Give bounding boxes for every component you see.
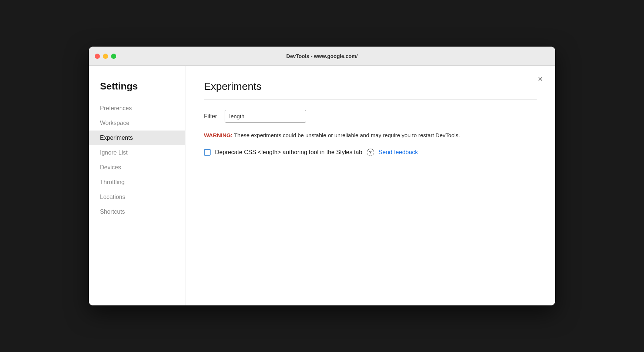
sidebar-heading: Settings xyxy=(89,81,185,101)
experiment-row: Deprecate CSS <length> authoring tool in… xyxy=(204,149,537,156)
title-divider xyxy=(204,99,537,99)
help-icon[interactable]: ? xyxy=(367,149,374,156)
sidebar-item-experiments[interactable]: Experiments xyxy=(89,131,185,145)
warning-text: WARNING: These experiments could be unst… xyxy=(204,131,537,140)
sidebar-item-ignore-list[interactable]: Ignore List xyxy=(89,145,185,160)
warning-body: These experiments could be unstable or u… xyxy=(233,132,460,138)
sidebar-item-throttling[interactable]: Throttling xyxy=(89,175,185,190)
sidebar-item-preferences[interactable]: Preferences xyxy=(89,101,185,116)
send-feedback-link[interactable]: Send feedback xyxy=(379,149,418,156)
filter-row: Filter xyxy=(204,110,537,123)
main-content: × Experiments Filter WARNING: These expe… xyxy=(185,66,555,305)
titlebar-title: DevTools - www.google.com/ xyxy=(286,53,358,59)
filter-input[interactable] xyxy=(225,110,306,123)
warning-label: WARNING: xyxy=(204,132,233,138)
window-body: Settings Preferences Workspace Experimen… xyxy=(89,66,555,305)
sidebar-item-workspace[interactable]: Workspace xyxy=(89,116,185,131)
minimize-window-button[interactable] xyxy=(103,54,108,59)
sidebar-item-shortcuts[interactable]: Shortcuts xyxy=(89,204,185,219)
window-controls xyxy=(95,54,116,59)
sidebar-item-locations[interactable]: Locations xyxy=(89,190,185,204)
deprecate-css-length-checkbox[interactable] xyxy=(204,149,211,156)
close-window-button[interactable] xyxy=(95,54,100,59)
titlebar: DevTools - www.google.com/ xyxy=(89,47,555,66)
experiment-label: Deprecate CSS <length> authoring tool in… xyxy=(215,149,362,156)
maximize-window-button[interactable] xyxy=(111,54,116,59)
filter-label: Filter xyxy=(204,113,217,120)
sidebar: Settings Preferences Workspace Experimen… xyxy=(89,66,185,305)
page-title: Experiments xyxy=(204,81,537,92)
sidebar-item-devices[interactable]: Devices xyxy=(89,160,185,175)
devtools-window: DevTools - www.google.com/ Settings Pref… xyxy=(89,47,555,305)
close-button[interactable]: × xyxy=(534,73,546,85)
